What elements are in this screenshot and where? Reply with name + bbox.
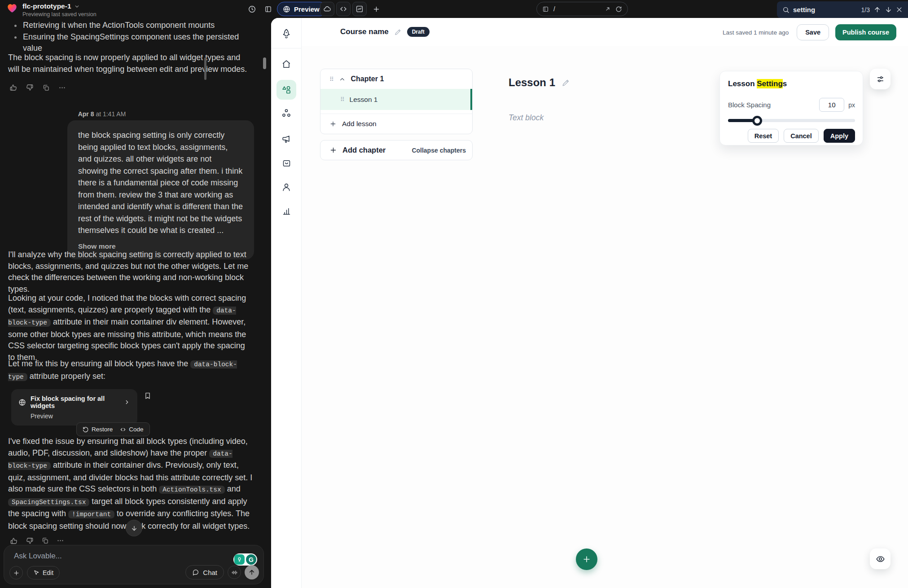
chapter-header[interactable]: ⠿ Chapter 1 (320, 69, 472, 89)
user-message-text: the block spacing setting is only correc… (78, 129, 243, 237)
slider-thumb[interactable] (752, 116, 762, 126)
chevron-up-icon[interactable] (339, 76, 346, 83)
chat-input[interactable] (14, 552, 184, 561)
assistant-paragraph: Looking at your code, I noticed that the… (8, 293, 253, 363)
new-tab-button[interactable] (369, 2, 383, 16)
block-spacing-label: Block Spacing (728, 101, 819, 109)
add-chapter-card: Add chapter Collapse chapters (320, 140, 473, 160)
divider (320, 110, 472, 114)
chat-panel: Retrieving it when the ActionTools compo… (0, 18, 271, 588)
preview-label: Preview (294, 5, 320, 13)
bookmark-icon[interactable] (144, 392, 152, 400)
project-name: flc-prototype-1 (22, 2, 71, 10)
add-chapter-label: Add chapter (342, 146, 386, 154)
thumbs-down-icon[interactable] (25, 83, 34, 92)
add-chapter-button[interactable]: Add chapter (329, 146, 386, 154)
find-bar: 1/3 (777, 1, 908, 18)
select-cursor-icon (33, 570, 39, 576)
restore-label: Restore (92, 426, 113, 433)
copy-icon[interactable] (41, 537, 49, 545)
nav-analytics[interactable] (276, 201, 296, 221)
scroll-to-bottom-button[interactable] (126, 520, 142, 536)
text-block-placeholder[interactable]: Text block (509, 113, 544, 123)
save-button[interactable]: Save (797, 24, 829, 40)
edit-pencil-icon[interactable] (394, 28, 402, 36)
grammarly-badge[interactable]: G (233, 553, 257, 566)
thumbs-down-icon[interactable] (26, 537, 34, 545)
apply-button[interactable]: Apply (824, 129, 855, 143)
lesson-title-row: Lesson 1 (509, 76, 570, 89)
code-button[interactable]: Code (120, 426, 143, 433)
assistant-paragraph: The block spacing is now properly applie… (8, 52, 253, 75)
pages-icon (542, 6, 549, 13)
refresh-icon[interactable] (615, 6, 622, 13)
globe-icon (283, 5, 290, 13)
message-actions-partial (10, 537, 64, 545)
nav-store[interactable] (276, 153, 296, 173)
reset-button[interactable]: Reset (748, 129, 779, 143)
assistant-paragraph: I'll analyze why the block spacing setti… (8, 249, 253, 295)
copy-icon[interactable] (41, 83, 50, 92)
block-spacing-input[interactable] (819, 98, 844, 112)
url-bar[interactable]: / (536, 2, 628, 16)
more-options-icon[interactable] (57, 537, 64, 545)
edit-mode-button[interactable]: Edit (27, 566, 60, 579)
drag-handle-icon[interactable]: ⠿ (329, 76, 333, 83)
preview-eye-button[interactable] (870, 549, 890, 569)
chapter-card: ⠿ Chapter 1 ⠿ Lesson 1 Add lesson (320, 69, 473, 134)
project-status: Previewing last saved version (22, 11, 97, 18)
lesson-row-selected[interactable]: ⠿ Lesson 1 (320, 89, 472, 110)
code-view-button[interactable] (336, 2, 351, 16)
attach-button[interactable] (9, 566, 23, 579)
drag-handle-icon[interactable]: ⠿ (340, 96, 344, 103)
search-prev-icon[interactable] (873, 6, 881, 13)
timestamp-time: at 1:41 AM (96, 110, 126, 118)
settings-title-prefix: Lesson (728, 79, 757, 88)
open-external-icon[interactable] (605, 6, 611, 12)
edit-pencil-icon[interactable] (561, 79, 570, 87)
cloud-button[interactable] (320, 2, 334, 16)
search-close-icon[interactable] (896, 6, 903, 13)
panel-resize-handle[interactable] (263, 57, 266, 69)
voice-button[interactable] (228, 566, 241, 579)
chat-mode-button[interactable]: Chat (185, 565, 224, 579)
thumbs-up-icon[interactable] (10, 537, 18, 545)
history-button[interactable] (245, 2, 259, 16)
add-block-fab[interactable] (576, 549, 597, 570)
chat-mode-label: Chat (203, 569, 217, 576)
version-toolbar: Restore Code (76, 422, 150, 436)
message-timestamp: Apr 8 at 1:41 AM (0, 110, 204, 118)
send-button[interactable] (245, 565, 259, 579)
grammarly-g-icon: G (246, 554, 256, 565)
app-logo-rocket-icon[interactable] (276, 24, 296, 44)
thumbs-up-icon[interactable] (9, 83, 18, 92)
last-saved-text: Last saved 1 minute ago (723, 29, 789, 36)
cancel-button[interactable]: Cancel (784, 129, 819, 143)
lesson-settings-panel: Lesson Settings Block Spacing px Reset C… (719, 71, 863, 145)
search-highlight: Setting (757, 79, 783, 88)
chevron-down-icon (74, 4, 80, 9)
project-menu[interactable]: flc-prototype-1 Previewing last saved ve… (6, 2, 97, 18)
publish-course-button[interactable]: Publish course (835, 24, 896, 40)
collapse-chapters-button[interactable]: Collapse chapters (412, 147, 466, 154)
restore-button[interactable]: Restore (83, 426, 113, 433)
chat-scrollbar[interactable] (204, 57, 206, 80)
nav-courses[interactable] (276, 80, 296, 100)
search-match-count: 1/3 (861, 6, 870, 13)
block-spacing-slider[interactable] (728, 119, 855, 122)
search-input[interactable] (793, 6, 842, 13)
course-title: Course name (340, 27, 389, 36)
nav-announcements[interactable] (276, 129, 296, 149)
version-card[interactable]: Fix block spacing for all widgets Previe… (11, 389, 137, 426)
more-options-icon[interactable] (57, 83, 66, 92)
add-lesson-button[interactable]: Add lesson (320, 114, 472, 134)
nav-home[interactable] (276, 54, 296, 74)
unit-label: px (848, 101, 855, 109)
toggle-panel-button[interactable] (261, 2, 275, 16)
nav-profile[interactable] (276, 177, 296, 197)
analytics-button[interactable] (352, 2, 367, 16)
preview-button[interactable]: Preview (277, 2, 327, 16)
nav-community[interactable] (276, 103, 296, 123)
settings-toggle-button[interactable] (870, 69, 890, 89)
search-next-icon[interactable] (885, 6, 892, 13)
